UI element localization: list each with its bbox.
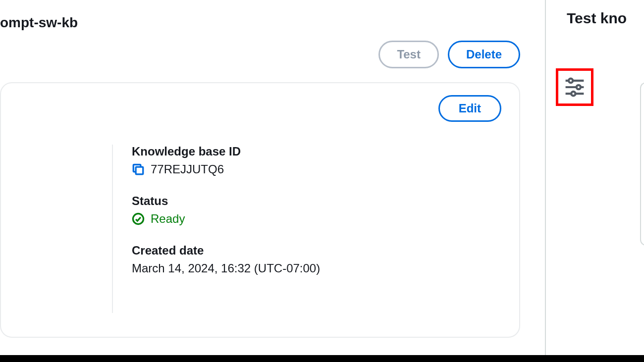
action-row: Test Delete (0, 41, 520, 68)
status-label: Status (132, 194, 320, 208)
svg-point-7 (571, 92, 575, 96)
filters-icon (564, 77, 585, 98)
test-button: Test (378, 41, 439, 68)
svg-rect-0 (136, 167, 143, 174)
kb-id-value: 77REJJUTQ6 (151, 162, 224, 176)
status-field: Status Ready (132, 194, 320, 226)
created-label: Created date (132, 244, 320, 258)
status-value: Ready (151, 212, 185, 226)
test-panel-title: Test kno (567, 10, 644, 27)
page-title: ompt-sw-kb (0, 15, 535, 31)
window-bottom-bar (0, 355, 644, 362)
edit-button[interactable]: Edit (438, 95, 501, 122)
overview-card: Edit tuq5d Knowledge base ID (0, 82, 520, 338)
delete-button[interactable]: Delete (448, 41, 520, 68)
svg-point-3 (569, 79, 573, 83)
copy-icon[interactable] (132, 163, 145, 176)
test-panel: Test kno (545, 0, 644, 362)
created-field: Created date March 14, 2024, 16:32 (UTC-… (132, 244, 320, 275)
kb-id-field: Knowledge base ID 77REJJUTQ6 (132, 145, 320, 176)
svg-point-5 (577, 85, 581, 89)
kb-id-label: Knowledge base ID (132, 145, 320, 158)
filters-button[interactable] (556, 68, 593, 106)
created-value: March 14, 2024, 16:32 (UTC-07:00) (132, 261, 320, 275)
chat-bubble-edge (640, 82, 644, 246)
status-ready-icon (132, 212, 145, 225)
